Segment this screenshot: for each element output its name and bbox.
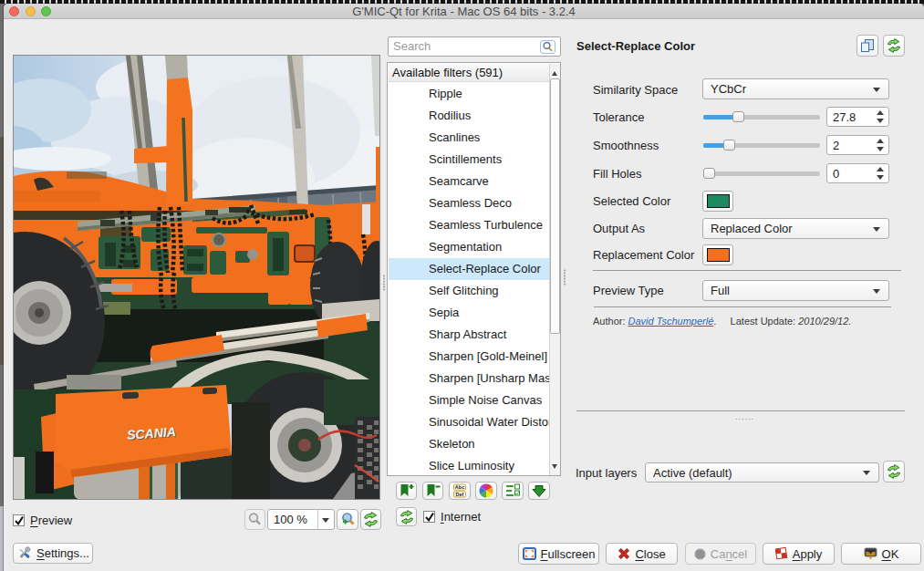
svg-text:Abc: Abc xyxy=(455,484,464,490)
svg-text:Def: Def xyxy=(456,492,464,497)
